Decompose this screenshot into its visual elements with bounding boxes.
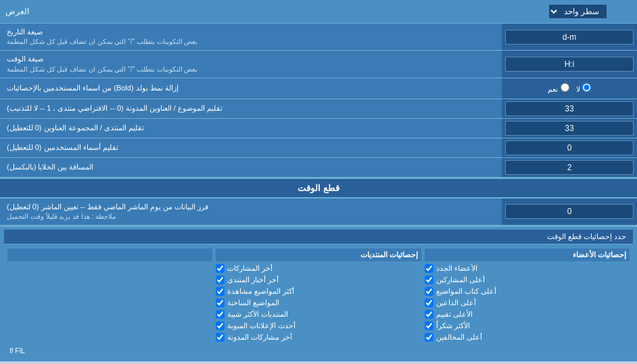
list-item: المواضيع الساخنة: [216, 297, 421, 309]
main-container: سطر واحدسطر واحدسطرانثلاثة أسطر العرض صي…: [0, 0, 637, 361]
list-item: [7, 286, 212, 297]
list-item: [7, 309, 212, 320]
bold-no-radio[interactable]: [582, 83, 591, 92]
list-item: [7, 297, 212, 309]
checkbox-most-viewed[interactable]: [216, 287, 225, 296]
checkbox-top-posters[interactable]: [425, 276, 433, 284]
topics-limit-row: تقليم الموضوع / العناوين المدونة (0 -- ا…: [0, 99, 637, 119]
users-limit-input-container: [502, 138, 637, 157]
bold-no-label: لا: [576, 83, 591, 94]
bold-remove-input-container: لا نعم: [502, 78, 637, 99]
bold-remove-row: لا نعم إزالة نمط بولد (Bold) من اسماء ال…: [0, 78, 637, 99]
date-format-input[interactable]: [505, 30, 634, 45]
list-item: الأعضاء الجدد: [425, 263, 630, 274]
topics-limit-label: تقليم الموضوع / العناوين المدونة (0 -- ا…: [0, 99, 502, 118]
forum-limit-row: تقليم المنتدى / المجموعة العناوين (0 للت…: [0, 119, 637, 138]
bold-remove-label: إزالة نمط بولد (Bold) من اسماء المستخدمي…: [0, 78, 502, 99]
time-format-label: صيغة الوقت بعض التكوينات يتطلب "/" التي …: [0, 51, 502, 77]
checkbox-recent-ads[interactable]: [216, 321, 225, 330]
list-item: [7, 274, 212, 286]
bold-yes-label: نعم: [548, 83, 569, 94]
checkbox-top-warned[interactable]: [425, 333, 433, 342]
checkbox-top-topic-writers[interactable]: [425, 287, 433, 296]
cutoff-row: فرز البيانات من يوم الماشر الماضي فقط --…: [0, 199, 637, 226]
time-format-input[interactable]: [505, 57, 634, 72]
list-item: المنتديات الأكثر شبية: [216, 309, 421, 320]
checkbox-top-starters[interactable]: [425, 298, 433, 307]
col3-header: [7, 249, 212, 261]
checkbox-latest-posts[interactable]: [216, 264, 225, 273]
users-limit-row: تقليم أسماء المستخدمين (0 للتعطيل): [0, 138, 637, 158]
cutoff-input[interactable]: [505, 204, 634, 219]
list-item: أخر المشاركات: [216, 263, 421, 274]
bold-yes-radio[interactable]: [561, 83, 569, 92]
col2-header: إحصائيات المنتديات: [216, 249, 421, 261]
checkbox-top-rated[interactable]: [425, 310, 433, 319]
date-format-row: صيغة التاريخ بعض التكوينات يتطلب "/" الت…: [0, 24, 637, 51]
list-item: أعلى المخالفين: [425, 332, 630, 343]
display-dropdown[interactable]: سطر واحدسطر واحدسطرانثلاثة أسطر: [548, 4, 607, 19]
forum-limit-input[interactable]: [505, 121, 634, 136]
time-format-input-container: [502, 51, 637, 77]
date-format-label: صيغة التاريخ بعض التكوينات يتطلب "/" الت…: [0, 24, 502, 50]
cutoff-input-container: [502, 199, 637, 225]
list-item: [7, 332, 212, 343]
list-item: أخر مشاركات المدونة: [216, 332, 421, 343]
cutoff-section-header: قطع الوقت: [0, 178, 637, 199]
time-format-row: صيغة الوقت بعض التكوينات يتطلب "/" التي …: [0, 51, 637, 78]
checkbox-latest-contributed[interactable]: [216, 333, 225, 342]
list-item: الأعلى تقييم: [425, 309, 630, 320]
list-item: أعلى المشاركين: [425, 274, 630, 286]
list-item: [7, 263, 212, 274]
cell-spacing-input-container: [502, 158, 637, 177]
cell-spacing-row: المسافة بين الخلايا (بالبكسل): [0, 158, 637, 178]
forum-limit-input-container: [502, 119, 637, 138]
list-item: أكثر المواضيع مشاهدة: [216, 286, 421, 297]
list-item: الأكثر شكراً: [425, 320, 630, 332]
list-item: أخر أخبار المنتدى: [216, 274, 421, 286]
date-format-input-container: [502, 24, 637, 50]
stats-section: حدد إحصائيات قطع الوقت إحصائيات الأعضاء …: [0, 226, 637, 361]
col1-header: إحصائيات الأعضاء: [425, 249, 630, 261]
checkbox-similar-forums[interactable]: [216, 310, 225, 319]
topics-limit-input-container: [502, 99, 637, 118]
checkbox-hot-topics[interactable]: [216, 298, 225, 307]
list-item: أعلى كتاب المواضيع: [425, 286, 630, 297]
cell-spacing-input[interactable]: [505, 160, 634, 175]
cutoff-label: فرز البيانات من يوم الماشر الماضي فقط --…: [0, 199, 502, 225]
users-limit-label: تقليم أسماء المستخدمين (0 للتعطيل): [0, 138, 502, 157]
topics-limit-input[interactable]: [505, 101, 634, 116]
cell-spacing-label: المسافة بين الخلايا (بالبكسل): [0, 158, 502, 177]
bottom-text: If FIL: [4, 344, 633, 357]
header-label: العرض: [5, 7, 29, 16]
forum-limit-label: تقليم المنتدى / المجموعة العناوين (0 للت…: [0, 119, 502, 138]
header-row: سطر واحدسطر واحدسطرانثلاثة أسطر العرض: [0, 0, 637, 24]
list-item: أحدث الإعلانات المبوبة: [216, 320, 421, 332]
checkbox-latest-news[interactable]: [216, 276, 225, 284]
list-item: أعلى الداعين: [425, 297, 630, 309]
checkbox-most-thanked[interactable]: [425, 321, 433, 330]
users-limit-input[interactable]: [505, 140, 634, 155]
stats-grid: إحصائيات الأعضاء إحصائيات المنتديات الأع…: [4, 247, 633, 344]
checkbox-new-members[interactable]: [425, 264, 433, 273]
stats-section-title: حدد إحصائيات قطع الوقت: [4, 230, 633, 244]
list-item: [7, 320, 212, 332]
